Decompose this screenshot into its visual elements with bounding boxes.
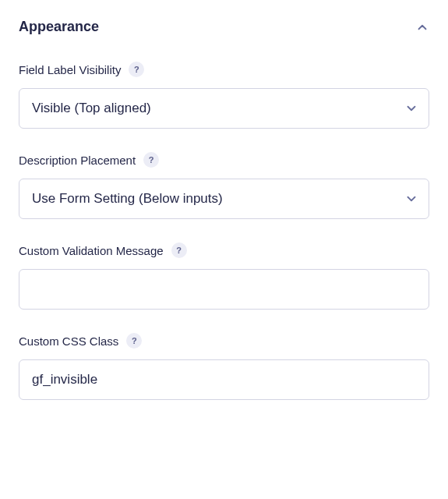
- field-label-visibility-value: Visible (Top aligned): [32, 101, 151, 116]
- panel-header[interactable]: Appearance: [19, 19, 429, 35]
- field-label-row: Custom CSS Class ?: [19, 333, 429, 349]
- field-label-visibility-select-wrap: Visible (Top aligned): [19, 88, 429, 129]
- chevron-up-icon: [415, 20, 429, 34]
- field-label-row: Custom Validation Message ?: [19, 242, 429, 258]
- css-class-label: Custom CSS Class: [19, 334, 118, 348]
- field-label-row: Description Placement ?: [19, 152, 429, 168]
- field-label-visibility-select[interactable]: Visible (Top aligned): [19, 88, 429, 129]
- validation-message-group: Custom Validation Message ?: [19, 242, 429, 310]
- help-icon[interactable]: ?: [126, 333, 142, 349]
- description-placement-value: Use Form Setting (Below inputs): [32, 191, 223, 207]
- description-placement-select[interactable]: Use Form Setting (Below inputs): [19, 179, 429, 219]
- css-class-input[interactable]: [19, 359, 429, 400]
- field-label-row: Field Label Visibility ?: [19, 62, 429, 77]
- panel-title: Appearance: [19, 19, 99, 35]
- field-label-visibility-label: Field Label Visibility: [19, 63, 121, 76]
- description-placement-label: Description Placement: [19, 154, 136, 167]
- description-placement-group: Description Placement ? Use Form Setting…: [19, 152, 429, 219]
- css-class-input-wrap: [19, 359, 429, 400]
- appearance-panel: Appearance Field Label Visibility ? Visi…: [0, 0, 448, 422]
- help-icon[interactable]: ?: [171, 242, 187, 258]
- css-class-group: Custom CSS Class ?: [19, 333, 429, 400]
- validation-message-input-wrap: [19, 269, 429, 310]
- help-icon[interactable]: ?: [129, 62, 144, 77]
- validation-message-input[interactable]: [19, 269, 429, 310]
- field-label-visibility-group: Field Label Visibility ? Visible (Top al…: [19, 62, 429, 129]
- help-icon[interactable]: ?: [143, 152, 159, 168]
- validation-message-label: Custom Validation Message: [19, 244, 164, 257]
- description-placement-select-wrap: Use Form Setting (Below inputs): [19, 179, 429, 219]
